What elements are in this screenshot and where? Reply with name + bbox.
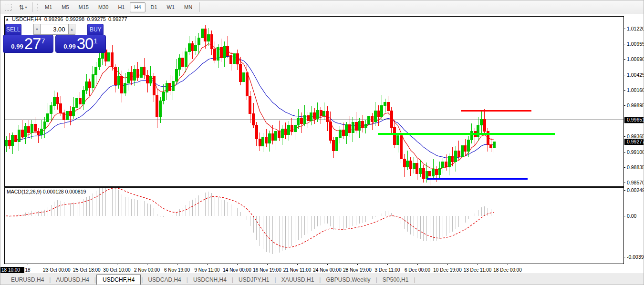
- price-axis-tick: 0.98835: [627, 164, 644, 170]
- chart-tab-sp500[interactable]: SP500,H1: [378, 275, 414, 285]
- timeframe-button-m30[interactable]: M30: [94, 2, 113, 12]
- tab-divider: |: [232, 276, 233, 283]
- sell-button[interactable]: SELL: [5, 24, 21, 35]
- arrows-glyph: ⇅: [19, 4, 24, 11]
- tab-divider: |: [376, 276, 377, 283]
- timeframe-button-mn[interactable]: MN: [180, 2, 197, 12]
- time-axis-label: 9 Nov 11:00: [194, 267, 220, 273]
- time-axis-label: 6 Dec 00:00: [405, 267, 430, 273]
- tab-divider: |: [187, 276, 188, 283]
- timeframe-button-h1[interactable]: H1: [114, 2, 129, 12]
- time-axis-label: 14 Nov 00:00: [223, 267, 251, 273]
- time-axis-label: 23 Oct 00:00: [43, 267, 71, 273]
- price-axis-tick: 1.00160: [627, 87, 644, 93]
- time-axis-label: 3 Dec 11:00: [374, 267, 400, 273]
- trading-terminal-window: ⇅ ▾ M1M5M15M30H1H4D1W1MN ▲ USDCHF,H4 0.9…: [0, 0, 644, 285]
- chart-symbol-label: USDCHF,H4: [12, 16, 42, 22]
- chart-tab-usdjpy[interactable]: USDJPY,H1: [234, 275, 274, 285]
- tab-divider: |: [141, 276, 143, 283]
- timeframe-button-h4[interactable]: H4: [130, 2, 145, 12]
- chart-tab-audusd[interactable]: AUDUSD,H4: [51, 275, 93, 285]
- sell-price-prefix: 0.99: [11, 43, 23, 50]
- selection-icon[interactable]: [3, 2, 13, 12]
- tab-divider: |: [414, 276, 415, 283]
- volume-decrease-button[interactable]: ▼: [33, 24, 41, 35]
- toolbar-separator: [32, 2, 33, 12]
- chart-tab-bar: EURUSD,H4|AUDUSD,H4|USDCHF,H4|USDCAD,H4|…: [0, 274, 644, 285]
- time-axis-label: 28 Nov 19:00: [343, 267, 372, 273]
- price-axis-tick: 0.99100: [627, 149, 644, 155]
- timeframe-button-m15[interactable]: M15: [74, 2, 93, 12]
- timeframe-toolbar: ⇅ ▾ M1M5M15M30H1H4D1W1MN: [0, 0, 644, 14]
- tab-divider: |: [49, 276, 51, 283]
- toolbar-grip[interactable]: [37, 3, 39, 11]
- buy-price-display[interactable]: 0.99 30 1: [55, 35, 106, 53]
- time-axis-label: 16 Nov 19:00: [253, 267, 281, 273]
- buy-price-big: 30: [77, 35, 93, 53]
- timeframe-button-m5[interactable]: M5: [57, 2, 73, 12]
- time-axis-label: 6 Nov 19:00: [164, 267, 190, 273]
- ohlc-low: 0.99275: [87, 16, 106, 22]
- macd-indicator-label: MACD(12,26,9) 0.000128 0.000819: [7, 189, 86, 194]
- tab-divider: |: [94, 276, 96, 283]
- chart-tab-eurusd[interactable]: EURUSD,H4: [6, 275, 49, 285]
- macd-axis-tick: 0.00: [627, 213, 637, 219]
- chart-title: ▲ USDCHF,H4 0.99296 0.99298 0.99275 0.99…: [5, 16, 127, 22]
- chevron-down-icon: ▾: [25, 5, 27, 10]
- ohlc-high: 0.99298: [65, 16, 84, 22]
- chart-tab-usdcad[interactable]: USDCAD,H4: [143, 275, 186, 285]
- chart-tab-xauusd[interactable]: XAUUSD,H1: [277, 275, 319, 285]
- time-axis-label: 21 Nov 11:00: [283, 267, 312, 273]
- price-marker-box: 0.99651: [627, 117, 644, 122]
- timeframe-button-w1[interactable]: W1: [163, 2, 179, 12]
- volume-input[interactable]: 3.00: [41, 24, 68, 35]
- time-axis-label: 18: [25, 267, 31, 273]
- price-marker-box: 0.99277: [627, 139, 644, 144]
- price-axis-tick: 0.98570: [627, 180, 644, 185]
- timeframe-button-d1[interactable]: D1: [146, 2, 162, 12]
- direction-up-icon: ▲: [5, 17, 9, 21]
- volume-increase-button[interactable]: ▲: [68, 24, 76, 35]
- time-axis-label: 18 Dec 00:00: [493, 267, 522, 273]
- price-axis-tick: 1.01220: [627, 26, 644, 31]
- price-axis-tick: 1.00690: [627, 56, 644, 62]
- tab-divider: |: [275, 276, 276, 283]
- timeframe-button-m1[interactable]: M1: [41, 2, 56, 12]
- one-click-trading-panel: SELL ▼ 3.00 ▲ BUY 0.99 27 7 0.99 30 1: [3, 24, 106, 53]
- ohlc-close: 0.99277: [108, 16, 127, 22]
- price-axis-tick: 0.99895: [627, 102, 644, 108]
- buy-button[interactable]: BUY: [87, 24, 104, 35]
- arrange-arrows-icon[interactable]: ⇅ ▾: [16, 2, 30, 12]
- time-axis-label: 10 Dec 19:00: [433, 267, 462, 273]
- macd-axis-tick: -0.003913: [627, 254, 644, 260]
- time-axis-label: 2 Nov 00:00: [134, 267, 160, 273]
- chart-canvas[interactable]: ▲ USDCHF,H4 0.99296 0.99298 0.99275 0.99…: [0, 14, 644, 274]
- price-axis-tick: 1.00955: [627, 41, 644, 47]
- price-axis-tick: 1.00425: [627, 72, 644, 78]
- buy-price-sup: 1: [93, 37, 97, 45]
- chart-tab-gbpusd[interactable]: GBPUSD,Weekly: [321, 275, 375, 285]
- macd-axis-tick: 0.002492: [627, 187, 644, 193]
- time-axis-label: 24 Nov 00:00: [313, 267, 342, 273]
- buy-price-prefix: 0.99: [63, 43, 75, 50]
- tab-divider: |: [319, 276, 321, 283]
- time-axis-label: 30 Oct 10:00: [103, 267, 131, 273]
- sell-price-display[interactable]: 0.99 27 7: [3, 35, 53, 53]
- ohlc-open: 0.99296: [44, 16, 63, 22]
- chart-tab-usdchf[interactable]: USDCHF,H4: [96, 275, 141, 285]
- toolbar-separator: [199, 2, 200, 12]
- time-axis-label: 13 Dec 11:00: [464, 267, 492, 273]
- time-cursor-box: 18 10:00: [1, 267, 20, 273]
- time-axis-label: 25 Oct 18:00: [73, 267, 101, 273]
- sell-price-big: 27: [24, 35, 41, 53]
- sell-price-sup: 7: [41, 37, 45, 45]
- chart-tab-usdcnh[interactable]: USDCNH,H4: [188, 275, 231, 285]
